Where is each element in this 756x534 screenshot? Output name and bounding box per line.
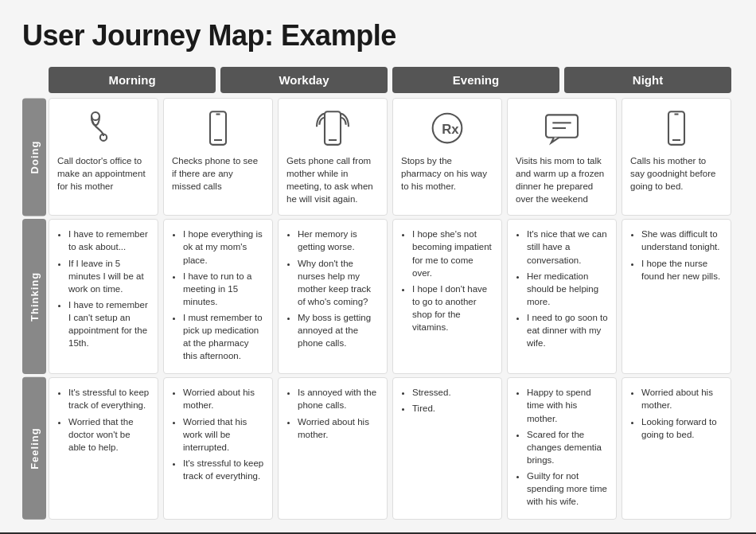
- feeling-cell-phonecall: Is annoyed with the phone calls. Worried…: [278, 377, 388, 520]
- feeling-cells: It's stressful to keep track of everythi…: [46, 377, 734, 520]
- feeling-item: Worried that his work will be interrupte…: [183, 415, 264, 454]
- thinking-list-night: She was difficult to understand tonight.…: [630, 228, 723, 282]
- feeling-item: Tired.: [412, 402, 493, 415]
- thinking-cell-phonecall: Her memory is getting worse. Why don't t…: [278, 219, 388, 374]
- doing-text-visitmom: Visits his mom to talk and warm up a fro…: [516, 154, 608, 205]
- doing-cell-phonecall: Gets phone call from mother while in mee…: [278, 98, 388, 216]
- doing-label: Doing: [22, 98, 46, 216]
- thinking-item: I hope the nurse found her new pills.: [641, 257, 723, 283]
- thinking-item: I need to go soon to eat dinner with my …: [527, 311, 608, 349]
- thinking-cells: I have to remember to ask about... If I …: [46, 219, 734, 374]
- thinking-item: I hope everything is ok at my mom's plac…: [183, 228, 264, 266]
- feeling-cell-evening: Stressed. Tired.: [392, 377, 502, 520]
- thinking-item: Her medication should be helping more.: [527, 270, 608, 308]
- doing-cell-visitmom: Visits his mom to talk and warm up a fro…: [507, 98, 617, 216]
- feeling-cell-workday: Worried about his mother. Worried that h…: [163, 377, 273, 520]
- feeling-list-workday: Worried about his mother. Worried that h…: [172, 386, 264, 482]
- thinking-list-evening: I hope she's not becoming impatient for …: [401, 228, 493, 333]
- feeling-cell-night: Worried about his mother. Looking forwar…: [622, 377, 731, 520]
- feeling-item: It's stressful to keep track of everythi…: [68, 386, 150, 411]
- thinking-cell-night: She was difficult to understand tonight.…: [622, 219, 731, 374]
- stethoscope-icon: [84, 108, 123, 148]
- feeling-row: Feeling It's stressful to keep track of …: [22, 377, 734, 520]
- doing-cell-evening: Rx Stops by the pharmacy on his way to h…: [392, 98, 502, 216]
- feeling-item: It's stressful to keep track of everythi…: [183, 457, 264, 482]
- pharmacy-icon: Rx: [427, 108, 467, 148]
- thinking-item: I have to remember I can't setup an appo…: [68, 298, 150, 349]
- night-phone-icon: [657, 108, 696, 148]
- feeling-item: Worried about his mother.: [641, 386, 723, 411]
- thinking-list-morning: I have to remember to ask about... If I …: [57, 228, 150, 349]
- svg-rect-9: [546, 115, 578, 137]
- thinking-item: She was difficult to understand tonight.: [641, 228, 723, 253]
- phase-evening: Evening: [392, 67, 559, 93]
- doing-cell-workday: Checks phone to see if there are any mis…: [163, 98, 273, 216]
- doing-text-morning: Call doctor's office to make an appointm…: [57, 154, 150, 193]
- thinking-cell-morning: I have to remember to ask about... If I …: [49, 219, 158, 374]
- phone-icon: [198, 108, 238, 148]
- feeling-list-morning: It's stressful to keep track of everythi…: [57, 386, 150, 453]
- thinking-item: Her memory is getting worse.: [298, 228, 379, 253]
- doing-cell-morning: Call doctor's office to make an appointm…: [49, 98, 158, 216]
- doing-cell-night: Calls his mother to say goodnight before…: [622, 98, 731, 216]
- thinking-item: It's nice that we can still have a conve…: [527, 228, 608, 266]
- doing-row: Doing Call doctor's office to make an ap…: [22, 98, 734, 216]
- chat-icon: [542, 108, 582, 148]
- feeling-item: Worried about his mother.: [298, 415, 379, 441]
- thinking-list-workday: I hope everything is ok at my mom's plac…: [172, 228, 264, 362]
- thinking-item: I have to run to a meeting in 15 minutes…: [183, 270, 264, 308]
- thinking-cell-visitmom: It's nice that we can still have a conve…: [507, 219, 617, 374]
- doing-text-phonecall: Gets phone call from mother while in mee…: [286, 154, 379, 205]
- feeling-item: Worried about his mother.: [183, 386, 264, 411]
- feeling-label: Feeling: [22, 377, 46, 520]
- thinking-item: I hope she's not becoming impatient for …: [412, 228, 493, 279]
- thinking-item: I hope I don't have to go to another sho…: [412, 283, 493, 333]
- feeling-item: Looking forward to going to bed.: [641, 415, 723, 441]
- thinking-label: Thinking: [22, 219, 46, 374]
- phase-workday: Workday: [220, 67, 388, 93]
- thinking-list-phonecall: Her memory is getting worse. Why don't t…: [286, 228, 379, 349]
- svg-point-0: [92, 112, 99, 120]
- thinking-item: I have to remember to ask about...: [68, 228, 150, 253]
- feeling-list-phonecall: Is annoyed with the phone calls. Worried…: [286, 386, 379, 440]
- feeling-list-evening: Stressed. Tired.: [401, 386, 493, 415]
- feeling-item: Scared for the changes dementia brings.: [527, 428, 608, 466]
- ringing-phone-icon: [313, 108, 353, 148]
- feeling-item: Is annoyed with the phone calls.: [298, 386, 379, 411]
- journey-map: Morning Workday Evening Night Doing: [22, 67, 734, 520]
- thinking-item: My boss is getting annoyed at the phone …: [298, 311, 379, 349]
- doing-text-evening: Stops by the pharmacy on his way to his …: [401, 154, 493, 193]
- feeling-item: Guilty for not spending more time with h…: [527, 470, 608, 508]
- thinking-item: Why don't the nurses help my mother keep…: [298, 257, 379, 308]
- feeling-item: Worried that the doctor won't be able to…: [68, 415, 150, 454]
- thinking-list-visitmom: It's nice that we can still have a conve…: [516, 228, 608, 349]
- thinking-row: Thinking I have to remember to ask about…: [22, 219, 734, 374]
- feeling-cell-visitmom: Happy to spend time with his mother. Sca…: [507, 377, 617, 520]
- thinking-cell-evening: I hope she's not becoming impatient for …: [392, 219, 502, 374]
- feeling-list-night: Worried about his mother. Looking forwar…: [630, 386, 723, 440]
- phase-night: Night: [564, 67, 731, 93]
- phase-morning: Morning: [49, 67, 216, 93]
- phase-headers: Morning Workday Evening Night: [46, 67, 734, 93]
- thinking-item: I must remember to pick up medication at…: [183, 311, 264, 362]
- thinking-cell-workday: I hope everything is ok at my mom's plac…: [163, 219, 273, 374]
- doing-text-workday: Checks phone to see if there are any mis…: [172, 154, 264, 193]
- feeling-item: Stressed.: [412, 386, 493, 399]
- feeling-item: Happy to spend time with his mother.: [527, 386, 608, 424]
- doing-text-night: Calls his mother to say goodnight before…: [630, 154, 723, 193]
- thinking-item: If I leave in 5 minutes I will be at wor…: [68, 257, 150, 295]
- feeling-cell-morning: It's stressful to keep track of everythi…: [49, 377, 158, 520]
- feeling-list-visitmom: Happy to spend time with his mother. Sca…: [516, 386, 608, 508]
- page-title: User Journey Map: Example: [22, 19, 734, 53]
- svg-text:Rx: Rx: [442, 122, 459, 137]
- doing-cells: Call doctor's office to make an appointm…: [46, 98, 734, 216]
